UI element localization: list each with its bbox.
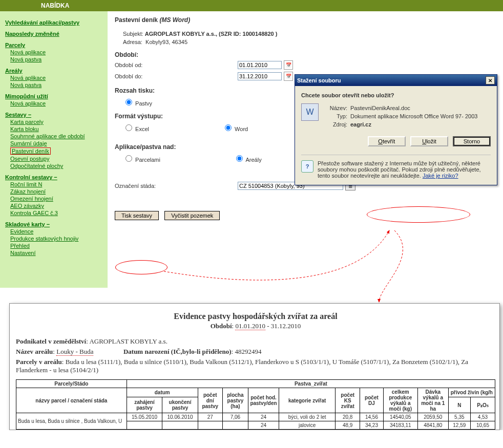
format-word-radio[interactable]: [225, 124, 232, 131]
vycistit-pozemek-button[interactable]: Vyčistit pozemek: [164, 211, 220, 220]
nav-sestavy-pastevni-denik[interactable]: Pastevní deník: [10, 147, 51, 155]
subject-value: AGROPLAST KOBYLY a.s., (SZR ID: 10001488…: [145, 31, 278, 37]
period-to-label: Období do:: [115, 73, 171, 79]
nav-kontrolni-1[interactable]: Zákaz hnojení: [10, 188, 104, 195]
doc-podnikatel: AGROPLAST KOBYLY a.s.: [89, 337, 167, 345]
nav-sestavy-0[interactable]: Karta parcely: [10, 119, 104, 125]
nav-sestavy-3[interactable]: Sumární údaje: [10, 140, 104, 146]
nav-sestavy[interactable]: Sestavy −: [5, 112, 31, 118]
sidebar: Vyhledávání aplikací/pastvy Naposledy zm…: [0, 11, 108, 288]
nav-sestavy-6[interactable]: Odpočítatelné plochy: [10, 163, 104, 169]
dialog-info-table: Název:PastevniDenikAreal.doc Typ:Dokumen…: [324, 103, 480, 129]
nav-parcely[interactable]: Parcely: [5, 42, 25, 48]
rozsah-pastvy-radio[interactable]: [125, 99, 132, 105]
subject-label: Subjekt:: [123, 31, 143, 37]
nav-kontrolni-2[interactable]: Omezení hnojení: [10, 196, 104, 202]
page-title: Pastevní deník: [115, 16, 158, 24]
document-preview: Evidence pastvy hospodářských zvířat za …: [9, 303, 500, 430]
open-button[interactable]: Otevřít: [368, 136, 406, 146]
nav-arealy[interactable]: Areály: [5, 68, 23, 74]
nav-sklad-0[interactable]: Evidence: [10, 228, 104, 234]
calendar-icon[interactable]: 📅: [284, 60, 293, 70]
file-name: PastevniDenikAreal.doc: [350, 104, 479, 112]
doc-table: Parcely/Stádo Pastva_zvířat názvy parcel…: [16, 379, 495, 430]
file-source: eagri.cz: [350, 121, 479, 128]
table-row: Buda u lesa, Buda u silnice , Buda Valko…: [16, 413, 495, 421]
nav-sestavy-2[interactable]: Souhrnné aplikace dle období: [10, 133, 104, 139]
risk-link[interactable]: Jaké je riziko?: [423, 173, 458, 179]
nav-search[interactable]: Vyhledávání aplikací/pastvy: [5, 19, 79, 26]
nav-mimop[interactable]: Mimopůdní užití: [5, 93, 48, 99]
nav-kontrolni-4[interactable]: Kontrola GAEC č.3: [10, 210, 104, 216]
nav-kontrolni-0[interactable]: Roční limit N: [10, 181, 104, 187]
close-icon[interactable]: ✕: [486, 76, 495, 84]
cancel-button[interactable]: Storno: [453, 136, 491, 146]
period-from-label: Období od:: [115, 62, 171, 68]
nav-recent[interactable]: Naposledy změněné: [5, 31, 59, 37]
save-button[interactable]: Uložit: [410, 136, 448, 146]
nav-sestavy-5[interactable]: Osevní postupy: [10, 156, 104, 162]
nav-sestavy-1[interactable]: Karta bloku: [10, 126, 104, 132]
address-value: Kobyly93, 46345: [145, 39, 187, 45]
rozsah-pastvy[interactable]: Pastvy: [123, 100, 152, 106]
nav-kontrolni-3[interactable]: AEO závazky: [10, 203, 104, 209]
apnad-areal-radio[interactable]: [236, 155, 243, 162]
doc-areal: Louky - Buda: [56, 348, 93, 356]
doc-period-to: 31.12.2010: [271, 322, 301, 330]
period-head: Období:: [115, 51, 501, 58]
doc-title: Evidence pastvy hospodářských zvířat za …: [16, 312, 495, 321]
nav-arealy-newapp[interactable]: Nová aplikace: [10, 75, 104, 81]
period-to-input[interactable]: [238, 72, 282, 80]
doc-period-from: 01.01.2010: [235, 322, 265, 330]
address-label: Adresa:: [123, 39, 142, 45]
nav-sklad-3[interactable]: Nastavení: [10, 250, 104, 256]
warning-icon: ?: [301, 160, 313, 173]
apnad-arealy[interactable]: Areály: [234, 157, 262, 163]
apnad-parcelami[interactable]: Parcelami: [123, 157, 160, 163]
nav-kontrolni[interactable]: Kontrolní sestavy −: [5, 174, 57, 180]
period-from-input[interactable]: [238, 61, 282, 69]
calendar-icon[interactable]: 📅: [284, 72, 293, 81]
nav-arealy-newpast[interactable]: Nová pastva: [10, 82, 104, 88]
page-title-suffix: (MS Word): [159, 16, 190, 24]
nav-sklad-2[interactable]: Přehled: [10, 243, 104, 249]
doc-parcely: Buda u lesa (5111/1), Buda u silnice (51…: [16, 358, 468, 374]
menu-title: NABÍDKA: [41, 2, 69, 9]
word-doc-icon: W: [301, 103, 319, 121]
doc-ic: 48292494: [235, 348, 261, 355]
format-excel-radio[interactable]: [125, 124, 132, 131]
nav-parcely-newpast[interactable]: Nová pastva: [10, 56, 104, 62]
format-word[interactable]: Word: [222, 126, 248, 132]
nav-mimop-newapp[interactable]: Nová aplikace: [10, 100, 104, 106]
nav-sklad[interactable]: Skladové karty −: [5, 221, 50, 227]
dialog-question: Chcete soubor otevřít nebo uložit?: [301, 92, 491, 98]
nav-sklad-1[interactable]: Produkce statkových hnojiv: [10, 236, 104, 242]
download-dialog: Stažení souboru ✕ Chcete soubor otevřít …: [295, 74, 497, 185]
tisk-sestavy-button[interactable]: Tisk sestavy: [115, 211, 159, 220]
stado-label: Označení stáda:: [115, 183, 238, 189]
apnad-parc-radio[interactable]: [125, 155, 132, 162]
nav-parcely-newapp[interactable]: Nová aplikace: [10, 49, 104, 55]
warning-text: Přestože software stažený z Internetu mů…: [318, 160, 491, 179]
dialog-title: Stažení souboru: [297, 77, 341, 83]
file-type: Dokument aplikace Microsoft Office Word …: [350, 113, 479, 120]
format-excel[interactable]: Excel: [123, 126, 149, 132]
